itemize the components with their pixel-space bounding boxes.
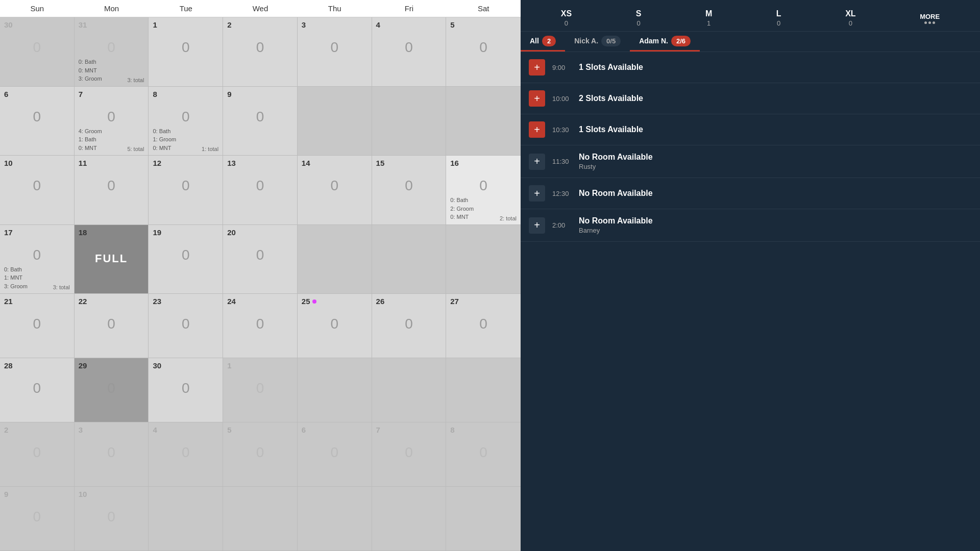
size-count: 1 [707,19,710,27]
cal-total: 5: total [127,146,144,152]
cal-cell[interactable] [446,358,521,422]
cal-cell[interactable]: 70 [372,422,447,486]
slot-add-button[interactable]: + [529,154,545,170]
cal-cell[interactable] [372,358,447,422]
cal-cell[interactable]: 40 [372,17,447,86]
size-item-l[interactable]: L0 [776,9,781,27]
cal-week-7: 90100 [0,487,521,551]
cal-cell[interactable] [446,487,521,550]
cal-cell[interactable] [149,487,223,550]
cal-cell[interactable]: 60 [298,422,372,486]
cal-cell[interactable]: 50 [223,422,298,486]
size-count: 0 [565,19,568,27]
cal-cell[interactable]: 30 [298,17,372,86]
more-sizes-button[interactable]: MORE [920,13,940,24]
slot-add-button[interactable]: + [529,90,545,107]
cal-date-number: 8 [450,425,517,434]
cal-count: 0 [153,39,218,56]
cal-cell[interactable]: 240 [223,294,298,358]
cal-cell[interactable]: 260 [372,294,447,358]
slot-item[interactable]: +12:30No Room Available [521,178,980,209]
cal-cell[interactable]: 300 [0,17,75,86]
slot-add-button[interactable]: + [529,121,545,138]
cal-cell[interactable]: 1700: Bath1: MNT3: Groom3: total [0,225,75,294]
cal-cell[interactable]: 200 [223,225,298,294]
cal-cell[interactable] [223,487,298,550]
cal-cell[interactable] [372,487,447,550]
cal-cell[interactable]: 50 [446,17,521,86]
cal-count: 0 [450,39,517,56]
cal-cell[interactable]: 18FULL [75,225,149,294]
cal-date-number: 12 [153,159,218,167]
cal-date-number: 9 [4,490,70,498]
size-item-xs[interactable]: XS0 [561,9,572,27]
cal-cell[interactable] [446,87,521,156]
cal-cell[interactable]: 270 [446,294,521,358]
cal-cell[interactable] [298,87,372,156]
size-item-xl[interactable]: XL0 [845,9,855,27]
cal-cell[interactable]: 230 [149,294,223,358]
cal-cell[interactable]: 130 [223,156,298,224]
cal-date-number: 10 [79,490,144,498]
cal-cell[interactable]: 210 [0,294,75,358]
cal-cell[interactable]: 290 [75,358,149,422]
cal-date-number: 24 [227,297,293,306]
cal-cell[interactable]: 20 [223,17,298,86]
cal-cell[interactable]: 100 [0,156,75,224]
cal-date-number: 11 [79,159,144,167]
cal-cell[interactable]: 100 [75,487,149,550]
day-of-week-tue: Tue [149,0,223,17]
cal-cell[interactable] [298,487,372,550]
slot-info: 1 Slots Available [579,63,972,72]
cal-cell[interactable]: 220 [75,294,149,358]
cal-cell[interactable] [298,358,372,422]
cal-cell[interactable]: 280 [0,358,75,422]
slot-list: +9:001 Slots Available+10:002 Slots Avai… [521,52,980,551]
cal-date-number: 9 [227,90,293,98]
cal-cell[interactable] [372,87,447,156]
cal-cell[interactable]: 190 [149,225,223,294]
slot-item[interactable]: +2:00No Room AvailableBarney [521,209,980,242]
cal-count: 0 [153,444,218,461]
slot-item[interactable]: +9:001 Slots Available [521,52,980,83]
more-dots [924,21,935,24]
cal-cell[interactable]: 300 [149,358,223,422]
slot-subtitle: Barney [579,227,972,234]
cal-cell[interactable]: 1600: Bath2: Groom0: MNT2: total [446,156,521,224]
agent-tab-nick-a-[interactable]: Nick A.0/5 [565,32,630,52]
size-item-m[interactable]: M1 [705,9,712,27]
cal-cell[interactable]: 3100: Bath0: MNT3: Groom3: total [75,17,149,86]
cal-cell[interactable]: 140 [298,156,372,224]
slot-add-button[interactable]: + [529,185,545,202]
cal-cell[interactable]: 800: Bath1: Groom0: MNT1: total [149,87,223,156]
cal-cell[interactable]: 250 [298,294,372,358]
cal-cell[interactable]: 80 [446,422,521,486]
cal-cell[interactable]: 20 [0,422,75,486]
cal-cell[interactable]: 150 [372,156,447,224]
cal-date-number: 5 [227,425,293,434]
cal-date-number: 28 [4,361,70,370]
cal-cell[interactable]: 90 [0,487,75,550]
cal-cell[interactable]: 30 [75,422,149,486]
cal-cell[interactable]: 90 [223,87,298,156]
slot-add-button[interactable]: + [529,59,545,76]
cal-cell[interactable] [372,225,447,294]
slot-item[interactable]: +10:002 Slots Available [521,83,980,114]
cal-count: 0 [79,178,144,194]
agent-tab-adam-n-[interactable]: Adam N.2/6 [630,32,700,52]
cal-cell[interactable]: 120 [149,156,223,224]
cal-cell[interactable]: 60 [0,87,75,156]
cal-cell[interactable] [446,225,521,294]
agent-tab-all[interactable]: All2 [521,32,565,52]
cal-cell[interactable]: 10 [223,358,298,422]
cal-cell[interactable]: 704: Groom1: Bath0: MNT5: total [75,87,149,156]
slot-add-button[interactable]: + [529,217,545,234]
slot-item[interactable]: +11:30No Room AvailableRusty [521,145,980,178]
cal-cell[interactable]: 10 [149,17,223,86]
size-header: XS0S0M1L0XL0MORE [521,0,980,32]
cal-cell[interactable]: 40 [149,422,223,486]
cal-cell[interactable]: 110 [75,156,149,224]
cal-cell[interactable] [298,225,372,294]
slot-item[interactable]: +10:301 Slots Available [521,114,980,145]
size-item-s[interactable]: S0 [636,9,642,27]
